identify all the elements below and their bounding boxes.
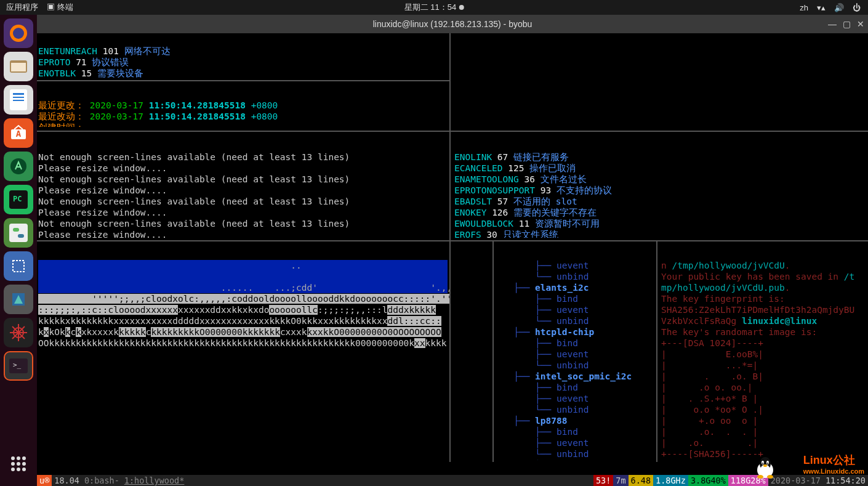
- status-uptime: 7m: [613, 475, 628, 486]
- pane-resize-warning: Not enough screen-lines available (need …: [37, 139, 449, 238]
- svg-rect-15: [18, 234, 24, 238]
- status-time: 11:54:20: [823, 475, 868, 486]
- screenshot-icon[interactable]: [4, 251, 33, 281]
- svg-point-26: [11, 456, 15, 460]
- svg-point-40: [762, 463, 763, 464]
- status-distro-logo: u®: [37, 475, 52, 486]
- launcher-dock: A PC >_: [0, 15, 37, 486]
- svg-rect-5: [13, 93, 24, 95]
- svg-point-43: [757, 475, 763, 479]
- status-window-1[interactable]: 1:hollywood*: [122, 475, 187, 486]
- svg-point-33: [17, 468, 20, 471]
- snap-store-icon[interactable]: [4, 285, 33, 314]
- pane-divider: [37, 80, 449, 81]
- status-cpu-freq: 1.8GHz: [653, 475, 688, 486]
- window-titlebar[interactable]: linuxidc@linux (192.168.213.135) - byobu…: [37, 15, 868, 33]
- svg-point-42: [763, 464, 767, 467]
- svg-rect-14: [13, 228, 19, 232]
- terminal-area[interactable]: ENETUNREACH 101 网络不可达 EPROTO 71 协议错误 ENO…: [37, 33, 868, 486]
- pane-divider: [656, 240, 657, 462]
- pane-divider: [449, 33, 451, 240]
- spider-app-icon[interactable]: [4, 318, 33, 347]
- svg-rect-7: [13, 100, 24, 101]
- android-studio-icon[interactable]: [4, 152, 33, 181]
- status-memory: 3.8G40%: [688, 475, 728, 486]
- files-icon[interactable]: [4, 52, 33, 81]
- power-icon[interactable]: ⏻: [853, 3, 861, 12]
- system-top-bar: 应用程序 ▣ 终端 星期二 11：54 zh ▾▴ 🔊 ⏻: [0, 0, 868, 15]
- svg-point-32: [11, 468, 15, 471]
- svg-text:>_: >_: [13, 361, 22, 369]
- firefox-icon[interactable]: [4, 18, 33, 48]
- pane-sshkey: n /tmp/hollywood/jvVCdU. Your public key…: [660, 248, 868, 460]
- pane-cmatrix: .. ...... ...;cdd' '.,,. ''''';;,,;clood…: [37, 248, 449, 460]
- pane-divider: [449, 240, 451, 462]
- maximize-icon[interactable]: ▢: [843, 19, 851, 29]
- svg-point-31: [22, 462, 26, 466]
- svg-point-29: [11, 462, 15, 466]
- pane-divider: [492, 240, 494, 462]
- svg-rect-16: [13, 261, 24, 272]
- status-load: 6.48: [629, 475, 654, 486]
- clock[interactable]: 星期二 11：54: [404, 2, 457, 13]
- close-icon[interactable]: ✕: [857, 19, 864, 29]
- network-icon[interactable]: ▾▴: [817, 3, 826, 12]
- document-icon[interactable]: [4, 85, 33, 115]
- svg-point-28: [22, 456, 26, 460]
- svg-point-34: [22, 468, 26, 471]
- svg-text:A: A: [16, 129, 22, 139]
- pane-divider: [37, 131, 868, 132]
- software-store-icon[interactable]: A: [4, 118, 33, 148]
- topbar-terminal[interactable]: ▣ 终端: [47, 2, 73, 13]
- byobu-status-bar: u® 18.04 0:bash- 1:hollywood* 53! 7m 6.4…: [37, 475, 868, 486]
- pane-stat: 最近更改： 2020-03-17 11:50:14.281845518 +080…: [37, 87, 449, 127]
- status-window-0[interactable]: 0:bash-: [82, 475, 122, 486]
- status-dot: [459, 5, 464, 10]
- terminal-app-icon[interactable]: >_: [4, 351, 33, 381]
- tux-watermark-icon: [755, 455, 776, 479]
- svg-rect-13: [9, 224, 28, 242]
- svg-text:PC: PC: [13, 195, 22, 203]
- svg-point-1: [13, 28, 24, 39]
- svg-point-30: [17, 462, 20, 466]
- svg-point-41: [767, 463, 768, 464]
- volume-icon[interactable]: 🔊: [834, 3, 844, 12]
- show-applications-icon[interactable]: [4, 449, 33, 479]
- pane-divider: [37, 240, 868, 241]
- pane-errno-top: ENETUNREACH 101 网络不可达 EPROTO 71 协议错误 ENO…: [37, 33, 449, 78]
- status-date: 2020-03-17: [768, 475, 823, 486]
- svg-rect-6: [13, 97, 24, 98]
- svg-point-27: [17, 456, 20, 460]
- minimize-icon[interactable]: —: [828, 19, 837, 29]
- linuxidc-watermark: Linux公社 www.Linuxidc.com: [803, 453, 864, 475]
- svg-rect-3: [11, 63, 26, 71]
- status-version: 18.04: [52, 475, 82, 486]
- pane-errno-right: ENOLINK 67 链接已有服务 ECANCELED 125 操作已取消 EN…: [453, 139, 866, 238]
- pane-tree: ├── uevent └── unbind ├── elants_i2c ├──…: [496, 248, 654, 460]
- pycharm-icon[interactable]: PC: [4, 185, 33, 214]
- input-method-indicator[interactable]: zh: [800, 3, 808, 12]
- svg-point-44: [767, 475, 773, 479]
- window-title: linuxidc@linux (192.168.213.135) - byobu: [373, 19, 532, 29]
- applications-menu[interactable]: 应用程序: [6, 2, 38, 13]
- settings-icon[interactable]: [4, 218, 33, 248]
- status-updates: 53!: [593, 475, 613, 486]
